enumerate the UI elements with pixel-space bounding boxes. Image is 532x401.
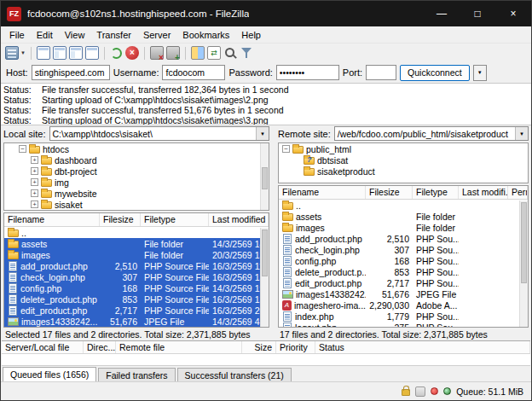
tree-item[interactable]: dbtsisat (279, 154, 528, 166)
column-header[interactable]: Last modified (209, 213, 269, 226)
cancel-icon[interactable] (125, 46, 139, 60)
menu-item[interactable]: Help (235, 28, 267, 42)
column-header[interactable]: Filetype (413, 186, 459, 199)
quickconnect-dropdown-icon[interactable]: ▼ (473, 65, 487, 81)
chevron-down-icon[interactable]: ▼ (256, 127, 269, 140)
password-input[interactable] (276, 65, 339, 80)
tree-item[interactable]: htdocs (4, 143, 269, 154)
menu-item[interactable]: Bookmarks (176, 28, 235, 42)
queue-tab[interactable]: Queued files (1656) (3, 367, 96, 381)
local-tree-scrollbar[interactable] (260, 143, 269, 210)
quickconnect-button[interactable]: Quickconnect (400, 65, 470, 81)
column-header[interactable]: Filesize (100, 213, 141, 226)
tree-item[interactable]: mywebsite (4, 188, 269, 199)
site-manager-dropdown-icon[interactable]: ▼ (20, 50, 26, 55)
find-files-icon[interactable] (223, 46, 237, 60)
column-header[interactable]: Server/Local file (2, 341, 84, 353)
file-row[interactable]: .. (279, 200, 528, 211)
username-input[interactable] (162, 65, 225, 80)
tree-item[interactable]: public_html (279, 143, 528, 154)
file-row[interactable]: edit_product.php 2,717 PHP Source File 1… (4, 305, 269, 316)
file-row[interactable]: check_login.php 307 PHP Source File 16/3… (4, 271, 269, 282)
file-row[interactable]: index.php 1,779 PHP Sou... (279, 311, 528, 322)
queue-tab[interactable]: Failed transfers (98, 368, 175, 381)
file-row[interactable]: images File folder (279, 222, 528, 233)
menu-item[interactable]: File (3, 28, 31, 42)
port-input[interactable] (366, 65, 396, 80)
local-tree-toggle-icon[interactable] (53, 46, 66, 60)
file-row[interactable]: config.php 168 PHP Source File 14/3/2569… (4, 282, 269, 293)
file-row[interactable]: edit_product.php 2,717 PHP Sou... (279, 277, 528, 288)
host-input[interactable] (32, 65, 110, 80)
synchronized-browsing-icon[interactable] (207, 46, 221, 60)
column-header[interactable]: Remote file (116, 341, 242, 353)
menu-item[interactable]: Edit (31, 28, 59, 42)
file-row[interactable]: add_product.php 2,510 PHP Source File 16… (4, 260, 269, 271)
tree-expander-icon[interactable] (31, 189, 38, 197)
local-site-combo[interactable]: C:\xampp\htdocs\sisaket\ ▼ (49, 126, 269, 141)
filter-icon[interactable] (240, 46, 253, 60)
tree-expander-icon[interactable] (282, 145, 290, 153)
scrollbar-thumb[interactable] (262, 230, 268, 276)
remote-site-combo[interactable]: /web/fcdoo.com/public_html/sisaketproduc… (334, 126, 529, 141)
titlebar[interactable]: FZ fcdoocom@s102ns1.hostinghispeed.com -… (1, 1, 531, 26)
tree-expander-icon[interactable] (31, 167, 38, 175)
file-row[interactable]: assets File folder 14/3/2569 14:4... (4, 238, 269, 249)
file-row[interactable]: assets File folder (279, 211, 528, 222)
scrollbar-thumb[interactable] (521, 202, 527, 283)
column-header[interactable]: Last modifi... (459, 186, 508, 199)
tree-expander-icon[interactable] (31, 200, 38, 208)
folder-icon (304, 157, 315, 165)
file-row[interactable]: logout.php 275 PHP Sou... (279, 322, 528, 327)
site-manager-icon[interactable] (5, 46, 19, 60)
tree-item[interactable]: dashboard (4, 154, 269, 166)
column-header[interactable]: Priority (276, 341, 315, 353)
file-row[interactable]: check_login.php 307 PHP Sou... (279, 244, 528, 255)
remote-tree-toggle-icon[interactable] (69, 46, 83, 60)
file-row[interactable]: add_product.php 2,510 PHP Sou... (279, 233, 528, 244)
column-header[interactable]: Size (242, 341, 276, 353)
tree-item[interactable]: dbt-project (4, 166, 269, 177)
column-header[interactable]: Filename (4, 213, 100, 226)
file-row[interactable]: delete_product.p... 853 PHP Sou... (279, 266, 528, 277)
tree-item[interactable]: sisaket (4, 199, 269, 210)
file-row[interactable]: delete_product.php 853 PHP Source File 1… (4, 293, 269, 305)
message-log-toggle-icon[interactable] (37, 46, 50, 60)
tree-expander-icon[interactable] (31, 156, 38, 164)
tree-item[interactable]: img (4, 177, 269, 188)
file-row[interactable]: config.php 168 PHP Sou... (279, 255, 528, 266)
file-icon (283, 245, 292, 255)
reconnect-icon[interactable] (166, 46, 180, 60)
close-button[interactable]: × (495, 1, 531, 26)
column-header[interactable]: Permissi... (508, 186, 528, 199)
chevron-down-icon[interactable]: ▼ (515, 127, 528, 140)
menu-item[interactable]: Transfer (90, 28, 137, 42)
remote-list-scrollbar[interactable] (519, 200, 528, 327)
tree-item[interactable]: sisaketproduct (279, 166, 528, 177)
column-header[interactable]: Filename (279, 186, 366, 199)
menu-item[interactable]: View (59, 28, 91, 42)
scrollbar-thumb[interactable] (262, 167, 268, 189)
queue-tab[interactable]: Successful transfers (21) (177, 368, 292, 381)
minimize-button[interactable]: — (424, 1, 460, 26)
column-header[interactable]: Direc... (84, 341, 116, 353)
lock-icon[interactable] (402, 389, 410, 396)
file-row[interactable]: imageshero-ima... 2,290,030 Adobe A... (279, 299, 528, 311)
column-header[interactable]: Filesize (366, 186, 413, 199)
refresh-icon[interactable] (111, 48, 122, 59)
maximize-button[interactable]: □ (460, 1, 495, 26)
file-row[interactable]: images14338242... 51,676 JPEG File 14/3/… (4, 316, 269, 327)
file-row[interactable]: .. (4, 227, 269, 238)
transfer-queue-toggle-icon[interactable] (85, 46, 99, 60)
file-row[interactable]: images File folder 20/3/2569 13:1... (4, 249, 269, 260)
column-header[interactable]: Filetype (141, 213, 209, 226)
column-header[interactable]: Status (315, 341, 530, 353)
menu-item[interactable]: Server (137, 28, 176, 42)
disconnect-icon[interactable] (150, 46, 164, 60)
directory-compare-icon[interactable] (191, 46, 205, 60)
toolbar-separator (31, 47, 32, 60)
tree-expander-icon[interactable] (19, 145, 26, 153)
file-row[interactable]: images14338242... 51,676 JPEG File (279, 288, 528, 299)
tree-expander-icon[interactable] (31, 178, 38, 186)
local-list-scrollbar[interactable] (260, 228, 269, 327)
